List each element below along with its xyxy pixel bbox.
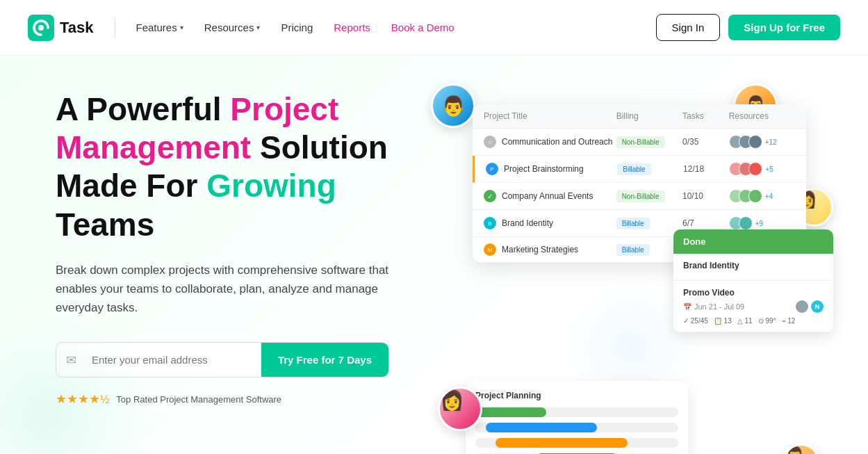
- nav-reports[interactable]: Reports: [334, 22, 370, 33]
- gantt-bar-blue: [486, 423, 598, 432]
- done-item-title: Brand Identity: [683, 261, 824, 270]
- gantt-card: Project Planning: [466, 381, 688, 454]
- rating-text: Top Rated Project Management Software: [116, 394, 281, 405]
- logo[interactable]: Task: [28, 15, 94, 41]
- title-teams: Teams: [56, 206, 154, 243]
- avatar-man-bottom: 👨: [783, 444, 819, 454]
- nav-divider: [115, 17, 115, 38]
- nav-links: Features ▾ Resources ▾ Pricing Reports B…: [136, 22, 656, 33]
- svg-point-1: [38, 25, 44, 31]
- logo-text: Task: [60, 19, 94, 37]
- gantt-title: Project Planning: [475, 391, 678, 400]
- gantt-bar-green: [475, 407, 546, 417]
- avatars-stack: +5: [729, 162, 795, 176]
- gantt-bar-orange: [496, 438, 628, 448]
- gantt-bar-bg: [475, 438, 678, 448]
- signup-button[interactable]: Sign Up for Free: [728, 15, 840, 40]
- signin-button[interactable]: Sign In: [656, 14, 721, 41]
- email-icon: ✉: [56, 352, 86, 368]
- gantt-bar-bg: [475, 423, 678, 432]
- avatar-thumbsup: 👨: [431, 83, 475, 128]
- hero-left: A Powerful Project Management Solution M…: [56, 83, 417, 407]
- table-header: Project Title Billing Tasks Resources: [473, 104, 806, 129]
- navbar: Task Features ▾ Resources ▾ Pricing Repo…: [0, 0, 868, 56]
- avatars-stack: +9: [729, 216, 795, 230]
- done-header: Done: [673, 229, 833, 254]
- project-name: P Project Brainstorming: [486, 163, 617, 175]
- gantt-bar-bg: [475, 407, 678, 417]
- rating-row: ★★★★½ Top Rated Project Management Softw…: [56, 391, 417, 407]
- project-icon: ✓: [484, 190, 496, 202]
- hero-title: A Powerful Project Management Solution M…: [56, 90, 417, 244]
- hero-right: 👨 👨‍💼 Project Title Billing Tasks Resour…: [417, 83, 840, 454]
- trial-button[interactable]: Try Free for 7 Days: [261, 343, 388, 377]
- title-green: Growing: [206, 168, 336, 204]
- nav-resources[interactable]: Resources ▾: [204, 22, 261, 33]
- resources-chevron: ▾: [256, 24, 260, 31]
- nav-pricing[interactable]: Pricing: [281, 22, 313, 33]
- email-input[interactable]: [86, 343, 261, 377]
- project-icon: P: [486, 163, 498, 175]
- nav-actions: Sign In Sign Up for Free: [656, 14, 840, 41]
- project-name: ○ Communication and Outreach: [484, 136, 616, 148]
- done-avatar: [796, 300, 808, 313]
- done-panel: Done Brand Identity Promo Video 📅 Jun 21…: [673, 229, 833, 332]
- email-form: ✉ Try Free for 7 Days: [56, 342, 389, 378]
- hero-subtitle: Break down complex projects with compreh…: [56, 261, 389, 318]
- done-item-1: Brand Identity: [673, 254, 833, 281]
- title-pink: Project: [230, 91, 338, 127]
- project-name: M Marketing Strategies: [484, 243, 616, 256]
- project-icon: ○: [484, 136, 496, 148]
- hero-section: A Powerful Project Management Solution M…: [0, 56, 868, 454]
- project-icon: M: [484, 243, 496, 256]
- table-row: ✓ Company Annual Events Non-Billable 10/…: [473, 183, 806, 210]
- done-stats: ✓ 25/45 📋 13 △ 11 ⊙ 99° ⌁ 12: [683, 317, 824, 325]
- title-part1: A Powerful: [56, 91, 230, 127]
- logo-icon: [28, 15, 54, 41]
- project-name: ✓ Company Annual Events: [484, 190, 616, 202]
- done-item-date: 📅 Jun 21 - Jul 09 N: [683, 300, 824, 313]
- avatars-stack: +4: [729, 189, 795, 203]
- avatar-woman: 👩: [438, 387, 482, 431]
- rating-stars: ★★★★½: [56, 391, 109, 407]
- project-name: B Brand Identity: [484, 217, 616, 229]
- done-item2-title: Promo Video: [683, 288, 824, 298]
- table-row: ○ Communication and Outreach Non-Billabl…: [473, 129, 806, 156]
- gantt-row: [475, 407, 678, 417]
- features-chevron: ▾: [180, 24, 183, 31]
- nav-book-demo[interactable]: Book a Demo: [391, 22, 455, 33]
- gantt-row: [475, 423, 678, 432]
- title-solution: Solution: [260, 129, 388, 165]
- nav-features[interactable]: Features ▾: [136, 22, 183, 33]
- title-part2-pink: Management: [56, 129, 260, 165]
- gantt-bars: [475, 407, 678, 454]
- done-avatar-n: N: [811, 300, 824, 313]
- project-icon: B: [484, 217, 496, 229]
- table-row: P Project Brainstorming Billable 12/18 +…: [473, 156, 806, 183]
- done-item-2: Promo Video 📅 Jun 21 - Jul 09 N ✓ 25/45 …: [673, 281, 833, 332]
- title-made-for: Made For: [56, 168, 206, 204]
- avatars-stack: +12: [729, 135, 795, 149]
- gantt-row: [475, 438, 678, 448]
